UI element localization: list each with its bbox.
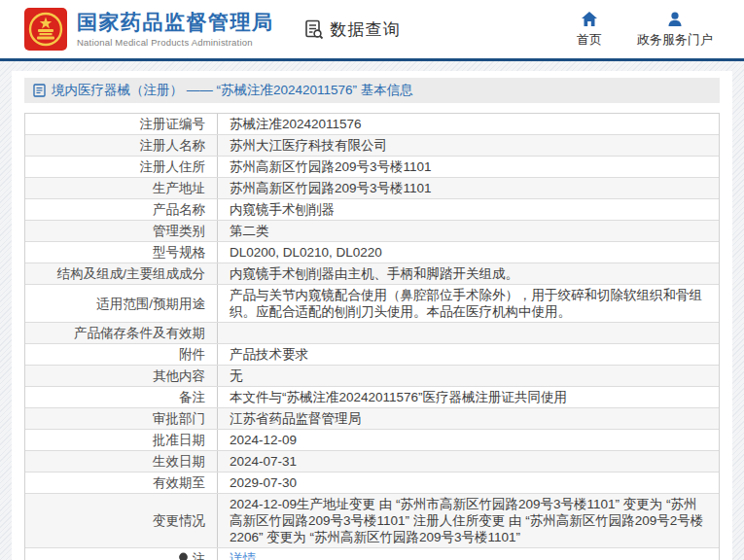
table-row: 注册人名称苏州大江医疗科技有限公司 (25, 135, 719, 157)
row-label: 变更情况 (25, 494, 218, 547)
row-label-text: 其他内容 (153, 368, 205, 384)
row-label-text: 型号规格 (153, 244, 205, 261)
row-value: 江苏省药品监督管理局 (218, 408, 719, 429)
row-label-text: 备注 (179, 389, 205, 405)
row-label-text: 产品名称 (153, 201, 205, 218)
row-label-text: 产品储存条件及有效期 (74, 325, 205, 341)
row-value: 2024-12-09 (218, 430, 719, 450)
row-value-text: 江苏省药品监督管理局 (230, 410, 361, 427)
row-value-text: 内窥镜手术刨削器由主机、手柄和脚踏开关组成。 (230, 265, 518, 282)
row-value: 第二类 (218, 221, 719, 241)
row-value: 产品技术要求 (218, 344, 719, 365)
row-label-text: 注册人名称 (140, 137, 206, 154)
row-label-text: 附件 (179, 346, 205, 363)
table-row: 备注本文件与“苏械注准20242011576”医疗器械注册证共同使用 (25, 387, 719, 408)
row-value: 苏州高新区竹园路209号3号楼1101 (218, 178, 719, 198)
row-value: 内窥镜手术刨削器由主机、手柄和脚踏开关组成。 (218, 263, 719, 284)
row-label: 生产地址 (25, 178, 218, 198)
row-label: 注册人住所 (25, 157, 218, 177)
table-row: 批准日期2024-12-09 (25, 430, 719, 451)
row-value-text: DL0200, DL0210, DL0220 (230, 244, 382, 261)
table-row: 结构及组成/主要组成成分内窥镜手术刨削器由主机、手柄和脚踏开关组成。 (25, 263, 719, 285)
org-name: 国家药品监督管理局 (77, 11, 274, 33)
row-value: 本文件与“苏械注准20242011576”医疗器械注册证共同使用 (218, 387, 719, 407)
table-row: 注详情 (25, 548, 719, 560)
row-label-text: 审批部门 (153, 410, 205, 427)
row-label-text: 批准日期 (153, 432, 205, 448)
row-label-text: 生效日期 (153, 453, 205, 470)
row-label-text: 注册证编号 (140, 116, 206, 132)
header-divider (0, 58, 744, 61)
row-value: 苏械注准20242011576 (218, 114, 719, 134)
row-label-text: 管理类别 (153, 223, 205, 239)
page-title: 境内医疗器械（注册） —— “苏械注准20242011576” 基本信息 (52, 82, 413, 99)
row-value: 详情 (218, 548, 719, 560)
row-value (218, 323, 719, 343)
site-header: 国家药品监督管理局 National Medical Products Admi… (0, 0, 744, 58)
row-label: 其他内容 (25, 366, 218, 386)
row-value: 2024-07-31 (218, 451, 719, 472)
row-value-text: 2024-12-09生产地址变更 由 “苏州市高新区竹园路209号3号楼1101… (230, 496, 707, 545)
row-value: 2029-07-30 (218, 472, 719, 493)
row-value: 2024-12-09生产地址变更 由 “苏州市高新区竹园路209号3号楼1101… (218, 494, 719, 547)
row-label: 注册人名称 (25, 135, 218, 156)
home-icon (581, 11, 598, 27)
org-name-en: National Medical Products Administration (77, 37, 274, 48)
nav-item-label: 首页 (577, 31, 602, 49)
user-icon (666, 11, 684, 27)
nav-item-gov-portal[interactable]: 政务服务门户 (637, 11, 713, 49)
row-value-text: 苏州大江医疗科技有限公司 (230, 137, 387, 154)
table-row: 适用范围/预期用途产品与关节内窥镜配合使用（鼻腔部位手术除外），用于绞碎和切除软… (25, 285, 719, 323)
document-icon (33, 84, 46, 97)
row-label: 注册证编号 (25, 114, 218, 134)
row-label: 型号规格 (25, 242, 218, 262)
row-label: 产品名称 (25, 199, 218, 220)
row-value-text: 苏州高新区竹园路209号3号楼1101 (230, 180, 432, 196)
row-value-text: 第二类 (230, 223, 269, 239)
nav-item-label: 政务服务门户 (637, 31, 713, 49)
row-label: 备注 (25, 387, 218, 407)
row-value-text: 2024-12-09 (230, 432, 297, 448)
data-query-icon (303, 18, 325, 40)
table-row: 生效日期2024-07-31 (25, 451, 719, 472)
table-row: 产品储存条件及有效期 (25, 323, 719, 344)
details-link[interactable]: 详情 (230, 550, 256, 560)
row-label: 生效日期 (25, 451, 218, 472)
row-label: 附件 (25, 344, 218, 365)
row-label-text: 适用范围/预期用途 (96, 296, 205, 312)
table-row: 审批部门江苏省药品监督管理局 (25, 408, 719, 430)
row-label: 注 (25, 548, 218, 560)
bulb-icon (178, 552, 189, 560)
brand-block: 国家药品监督管理局 National Medical Products Admi… (77, 11, 274, 47)
row-value: 内窥镜手术刨削器 (218, 199, 719, 220)
row-label-text: 注册人住所 (140, 158, 206, 175)
table-row: 产品名称内窥镜手术刨削器 (25, 199, 719, 221)
nav-item-home[interactable]: 首页 (577, 11, 602, 49)
row-value: 产品与关节内窥镜配合使用（鼻腔部位手术除外），用于绞碎和切除软组织和骨组织。应配… (218, 285, 719, 322)
row-label-text: 变更情况 (153, 512, 205, 529)
row-label: 审批部门 (25, 408, 218, 429)
row-value-text: 本文件与“苏械注准20242011576”医疗器械注册证共同使用 (230, 389, 567, 405)
row-value-text: 产品技术要求 (230, 346, 308, 363)
data-query-label: 数据查询 (331, 18, 401, 41)
header-nav: 首页 政务服务门户 (577, 11, 721, 49)
national-emblem-icon (27, 11, 64, 48)
row-label: 批准日期 (25, 430, 218, 450)
row-value: DL0200, DL0210, DL0220 (218, 242, 719, 262)
table-row: 生产地址苏州高新区竹园路209号3号楼1101 (25, 178, 719, 199)
data-query-button[interactable]: 数据查询 (303, 18, 401, 41)
content-card: 境内医疗器械（注册） —— “苏械注准20242011576” 基本信息 注册证… (12, 71, 732, 560)
row-value: 苏州大江医疗科技有限公司 (218, 135, 719, 156)
row-label-text: 结构及组成/主要组成成分 (57, 265, 205, 282)
row-value: 无 (218, 366, 719, 386)
row-label: 产品储存条件及有效期 (25, 323, 218, 343)
row-value-text: 内窥镜手术刨削器 (230, 201, 335, 218)
nmpa-emblem-logo (24, 8, 67, 51)
table-row: 型号规格DL0200, DL0210, DL0220 (25, 242, 719, 263)
row-value-text: 产品与关节内窥镜配合使用（鼻腔部位手术除外），用于绞碎和切除软组织和骨组织。应配… (230, 287, 707, 320)
table-row: 其他内容无 (25, 366, 719, 387)
row-value: 苏州高新区竹园路209号3号楼1101 (218, 157, 719, 177)
table-row: 变更情况2024-12-09生产地址变更 由 “苏州市高新区竹园路209号3号楼… (25, 494, 719, 548)
row-value-text: 苏械注准20242011576 (230, 116, 362, 132)
info-table: 注册证编号苏械注准20242011576注册人名称苏州大江医疗科技有限公司注册人… (24, 113, 720, 560)
